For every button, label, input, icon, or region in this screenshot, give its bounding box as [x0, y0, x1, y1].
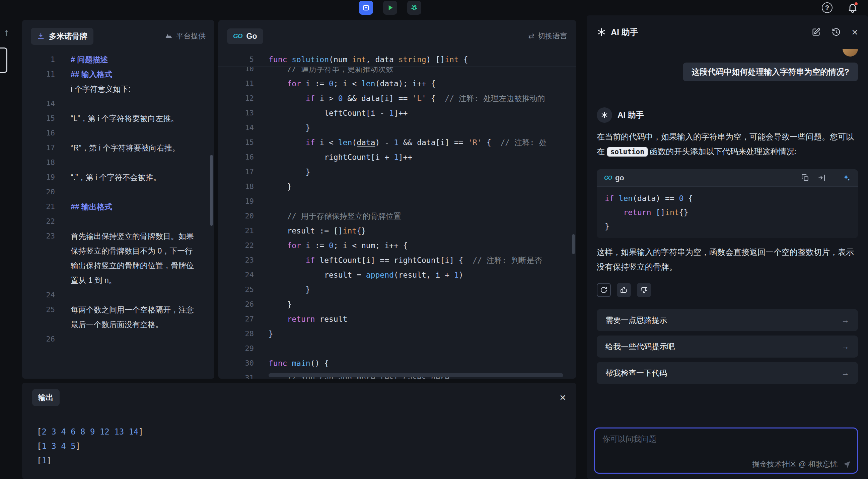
code-token: ; i < — [334, 79, 361, 88]
new-chat-icon[interactable] — [811, 27, 821, 37]
arrow-right-icon: → — [841, 368, 849, 378]
line-number: 25 — [218, 282, 254, 297]
code-token: , data — [366, 55, 399, 64]
line-number: 17 — [22, 140, 55, 155]
thumbs-down-button[interactable] — [637, 283, 651, 297]
close-ai-icon[interactable]: × — [851, 27, 858, 37]
problem-text: “.”，第 i 个字符不会被推。 — [71, 170, 195, 185]
problem-text — [71, 155, 195, 170]
line-number: 13 — [218, 106, 254, 121]
line-number: 5 — [218, 52, 254, 67]
platform-provided-label: 平台提供 — [176, 31, 206, 41]
line-number: 25 — [22, 302, 55, 332]
user-message-row: 这段代码中如何处理输入字符串为空的情况? — [597, 49, 858, 81]
line-number: 16 — [22, 126, 55, 140]
problem-body[interactable]: 1# 问题描述11## 输入格式i 个字符意义如下:1415“L”，第 i 个字… — [22, 52, 214, 346]
line-number: 31 — [218, 371, 254, 379]
line-number: 19 — [218, 194, 254, 209]
code-line: 23 if leftCount[i] == rightCount[i] { //… — [218, 253, 576, 268]
go-logo-icon: GO — [604, 175, 612, 181]
ai-logo-icon — [597, 27, 606, 37]
code-token: 0 — [329, 79, 334, 88]
code-token: && data[i] == — [343, 94, 412, 103]
suggestion-card[interactable]: 需要一点思路提示→ — [597, 309, 858, 331]
ai-apply-sparkle-icon[interactable] — [842, 174, 850, 182]
output-header: 输出 × — [22, 383, 576, 412]
editor-vertical-scrollbar[interactable] — [572, 234, 575, 254]
history-icon[interactable] — [832, 27, 841, 37]
regenerate-button[interactable] — [597, 283, 611, 297]
collapsed-sidebar-box[interactable] — [0, 47, 7, 73]
problem-title-pill[interactable]: 多米诺骨牌 — [31, 28, 93, 45]
code-text: return result — [269, 312, 347, 327]
code-token: ) — [459, 271, 463, 279]
code-token: ) - — [375, 138, 394, 147]
suggested-prompts: 需要一点思路提示→给我一些代码提示吧→帮我检查一下代码→ — [597, 309, 858, 384]
send-icon[interactable] — [842, 459, 851, 469]
platform-provided: 平台提供 — [165, 31, 206, 41]
bug-icon — [410, 3, 418, 12]
debug-button[interactable] — [407, 1, 421, 15]
close-output-icon[interactable]: × — [560, 392, 566, 403]
code-text: if leftCount[i] == rightCount[i] { // 注释… — [269, 253, 542, 268]
output-line: [1 3 4 5] — [37, 439, 576, 453]
copy-icon[interactable] — [801, 174, 809, 182]
code-token: 1 — [41, 456, 46, 465]
code-block-header: GO go — [597, 169, 858, 186]
code-text: func solution(num int, data string) []in… — [269, 52, 468, 67]
run-button[interactable] — [383, 1, 397, 15]
switch-language-button[interactable]: ⇄ 切换语言 — [528, 31, 567, 41]
code-token: leftCount[i] == rightCount[i] { — [315, 256, 472, 265]
problem-text: “R”，第 i 个字符将要被向右推。 — [71, 140, 195, 155]
code-text: } — [269, 327, 273, 341]
problem-text — [71, 214, 195, 229]
notifications-icon[interactable] — [847, 2, 858, 13]
code-text: // 用于存储保持竖立的骨牌位置 — [269, 209, 401, 224]
code-token: i < — [315, 138, 338, 147]
code-line: 25 } — [218, 282, 576, 297]
ai-messages[interactable]: 这段代码中如何处理输入字符串为空的情况? AI 助手 在当前的代码中，如果输入的… — [587, 49, 868, 384]
problem-text: i 个字符意义如下: — [71, 81, 195, 96]
ai-input-field[interactable] — [595, 429, 857, 452]
code-token — [614, 194, 619, 203]
ai-input-box[interactable]: 掘金技术社区 @ 和歌忘忧 — [594, 427, 858, 474]
download-icon — [37, 32, 45, 40]
problem-line: 14 — [22, 96, 214, 111]
go-logo-icon: GO — [233, 32, 243, 40]
problem-line: 26 — [22, 332, 214, 346]
ai-header: AI 助手 × — [587, 15, 868, 49]
code-editor[interactable]: 10 // 遍历字符串，更新推动次数11 for i := 0; i < len… — [218, 67, 576, 379]
code-text: for i := 0; i < num; i++ { — [269, 238, 407, 253]
suggestion-card[interactable]: 帮我检查一下代码→ — [597, 362, 858, 384]
topbar: ? — [0, 0, 868, 15]
line-number: 14 — [218, 121, 254, 135]
editor-horizontal-scrollbar[interactable] — [269, 373, 563, 377]
problem-line: 19“.”，第 i 个字符不会被推。 — [22, 170, 214, 185]
code-token — [287, 359, 292, 368]
code-token: append — [366, 271, 394, 279]
code-token: result := [] — [269, 227, 343, 235]
code-token: [ — [37, 427, 41, 437]
insert-code-icon[interactable] — [817, 174, 826, 182]
problem-text — [71, 332, 195, 346]
line-number: 12 — [218, 91, 254, 106]
line-number: 20 — [22, 185, 55, 199]
scroll-up-icon[interactable]: ↑ — [4, 27, 9, 38]
insert-block-button[interactable] — [359, 1, 373, 15]
line-number: 20 — [218, 209, 254, 224]
code-token: rightCount[i + — [269, 153, 394, 162]
code-text: if i > 0 && data[i] == 'L' { // 注释: 处理左边… — [269, 91, 545, 106]
problem-text — [71, 288, 195, 302]
line-number: 11 — [22, 67, 55, 81]
suggestion-card[interactable]: 给我一些代码提示吧→ — [597, 336, 858, 357]
language-pill[interactable]: GO Go — [227, 28, 263, 44]
code-token: 'R' — [468, 138, 482, 147]
help-icon[interactable]: ? — [822, 2, 833, 13]
left-strip: ↑ — [0, 15, 22, 479]
suggestion-label: 需要一点思路提示 — [606, 315, 667, 326]
problem-scrollbar[interactable] — [210, 155, 213, 226]
inline-code: solution — [607, 147, 648, 157]
thumbs-up-button[interactable] — [617, 283, 631, 297]
arrow-right-icon: → — [841, 342, 849, 351]
code-token: ( — [352, 138, 356, 147]
